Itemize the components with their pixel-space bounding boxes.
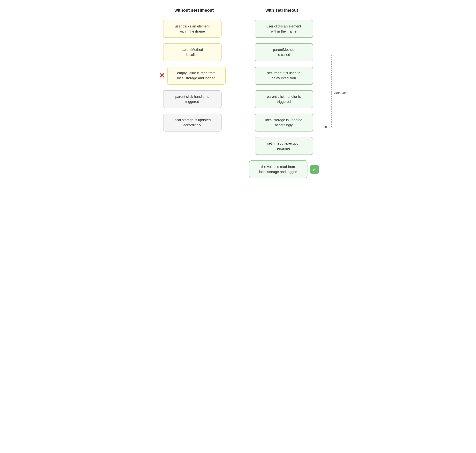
left-step-2: parentMethodis called bbox=[150, 43, 234, 61]
right-step-3: setTimeout is used todelay execution bbox=[242, 67, 326, 85]
right-box-2: parentMethodis called bbox=[255, 43, 313, 61]
right-step-1: user clicks an elementwithin the iframe bbox=[242, 20, 326, 38]
left-box-1-text: user clicks an elementwithin the iframe bbox=[175, 24, 209, 34]
left-column: user clicks an elementwithin the iframe … bbox=[150, 20, 238, 184]
right-step-5: local storage is updatedaccordingly bbox=[242, 113, 326, 132]
left-step-5: local storage is updatedaccordingly bbox=[150, 113, 234, 132]
right-box-3-text: setTimeout is used todelay execution bbox=[267, 71, 300, 81]
right-box-5: local storage is updatedaccordingly bbox=[255, 113, 313, 132]
svg-text:"next tick": "next tick" bbox=[333, 91, 348, 95]
right-column-header: with setTimeout bbox=[249, 8, 315, 13]
right-box-4-text: parent click handler istriggered bbox=[267, 94, 301, 104]
left-box-2-text: parentMethodis called bbox=[181, 47, 203, 57]
left-box-1: user clicks an elementwithin the iframe bbox=[163, 20, 221, 38]
left-column-header: without setTimeout bbox=[161, 8, 227, 13]
left-box-2: parentMethodis called bbox=[163, 43, 221, 61]
diagram-wrapper: without setTimeout with setTimeout user … bbox=[150, 8, 326, 184]
right-step-2: parentMethodis called bbox=[242, 43, 326, 61]
right-box-5-text: local storage is updatedaccordingly bbox=[265, 118, 302, 128]
right-box-6: setTimeout executionresumes bbox=[255, 137, 313, 155]
left-box-3: empty value is read fromlocal storage an… bbox=[167, 67, 226, 85]
x-icon: ✕ bbox=[159, 71, 165, 80]
left-box-4-text: parent click handler istriggered bbox=[175, 94, 209, 104]
left-box-5-text: local storage is updatedaccordingly bbox=[174, 118, 211, 128]
right-box-7-text: the value is read fromlocal storage and … bbox=[259, 164, 297, 174]
right-box-3: setTimeout is used todelay execution bbox=[255, 67, 313, 85]
right-column: "next tick" user clicks an elementwithin… bbox=[238, 20, 326, 184]
right-box-1-text: user clicks an elementwithin the iframe bbox=[266, 24, 301, 34]
left-step-4: parent click handler istriggered bbox=[150, 90, 234, 108]
check-icon: ✓ bbox=[312, 167, 317, 172]
check-icon-wrapper: ✓ bbox=[310, 165, 319, 174]
left-step-3: ✕ empty value is read fromlocal storage … bbox=[150, 67, 234, 85]
left-box-3-text: empty value is read fromlocal storage an… bbox=[177, 71, 215, 81]
columns-body: user clicks an elementwithin the iframe … bbox=[150, 20, 326, 184]
right-step-6: setTimeout executionresumes bbox=[242, 137, 326, 155]
right-step-4: parent click handler istriggered bbox=[242, 90, 326, 108]
left-step-1: user clicks an elementwithin the iframe bbox=[150, 20, 234, 38]
right-step-7: the value is read fromlocal storage and … bbox=[242, 160, 326, 178]
right-box-6-text: setTimeout executionresumes bbox=[267, 141, 300, 151]
right-box-1: user clicks an elementwithin the iframe bbox=[255, 20, 313, 38]
columns-header: without setTimeout with setTimeout bbox=[150, 8, 326, 13]
dashed-bracket-svg: "next tick" bbox=[324, 55, 343, 137]
right-box-2-text: parentMethodis called bbox=[273, 47, 295, 57]
right-box-7: the value is read fromlocal storage and … bbox=[249, 160, 307, 178]
right-box-4: parent click handler istriggered bbox=[255, 90, 313, 108]
left-box-5: local storage is updatedaccordingly bbox=[163, 113, 221, 132]
left-box-4: parent click handler istriggered bbox=[163, 90, 221, 108]
